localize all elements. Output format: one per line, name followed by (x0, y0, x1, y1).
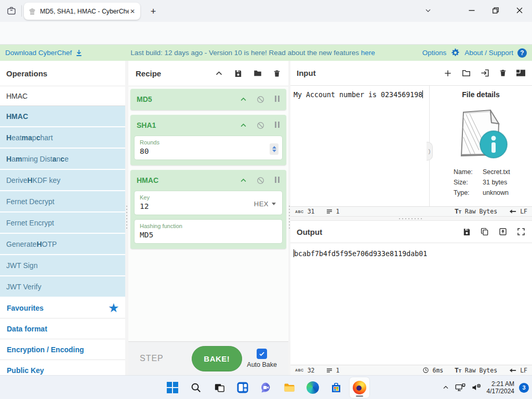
operation-item[interactable]: Fernet Decrypt (0, 191, 125, 211)
clear-recipe-trash-icon[interactable] (273, 69, 281, 78)
output-encoding[interactable]: Raw Bytes (465, 367, 497, 374)
help-question-icon[interactable]: ? (517, 48, 527, 58)
output-eol[interactable]: LF (520, 367, 527, 374)
recipe-operation-header[interactable]: HMAC (130, 170, 286, 191)
character-encoding-icon[interactable]: TT (455, 367, 461, 374)
task-view-button[interactable] (209, 377, 229, 398)
eol-arrow-icon[interactable] (509, 368, 516, 373)
operation-label-segment: Fernet Encrypt (6, 219, 54, 227)
category-item[interactable]: Public Key (0, 360, 125, 375)
collapse-recipe-icon[interactable] (215, 69, 223, 78)
operation-search-input[interactable]: HMAC (0, 86, 125, 106)
firefox-view-icon (6, 6, 17, 16)
operation-item[interactable]: HMAC (0, 106, 125, 126)
notification-badge[interactable]: 3 (519, 383, 529, 393)
file-explorer-button[interactable] (280, 377, 299, 398)
gear-icon[interactable] (450, 48, 460, 58)
open-folder-icon[interactable] (461, 68, 471, 78)
maximize-output-icon[interactable] (516, 227, 526, 236)
new-features-link[interactable]: here (361, 49, 375, 57)
collapse-operation-icon[interactable] (240, 177, 247, 184)
add-input-tab-icon[interactable] (443, 69, 453, 78)
browser-tab[interactable]: MD5, SHA1, HMAC - CyberChef ✕ (24, 3, 140, 20)
operation-item[interactable]: Fernet Encrypt (0, 212, 125, 233)
operation-label-segment: Derive (6, 176, 27, 184)
pane-layout-icon[interactable] (516, 69, 526, 77)
clear-io-trash-icon[interactable] (499, 69, 507, 77)
disable-operation-icon[interactable] (256, 95, 265, 104)
copy-output-icon[interactable] (480, 227, 489, 236)
text-caret (422, 90, 423, 98)
recipe-operation-header[interactable]: MD5 (130, 89, 286, 110)
microsoft-store-button[interactable] (326, 377, 346, 398)
eol-arrow-icon[interactable] (509, 209, 516, 214)
input-encoding[interactable]: Raw Bytes (465, 208, 497, 215)
recipe-operation[interactable]: SHA1Rounds80 (130, 115, 286, 165)
window-close-button[interactable] (509, 0, 530, 21)
volume-muted-icon[interactable] (471, 382, 482, 393)
output-area[interactable]: bcabf7b4fd5f95e706d933e8119dab01 (290, 243, 532, 365)
output-title: Output (297, 228, 322, 236)
tray-chevron-up-icon[interactable] (442, 383, 450, 392)
auto-bake-checkbox[interactable] (257, 349, 267, 359)
disable-operation-icon[interactable] (256, 121, 265, 130)
collapse-operation-icon[interactable] (240, 96, 247, 103)
replace-input-icon[interactable] (498, 227, 508, 236)
open-file-input-icon[interactable] (480, 68, 490, 78)
recipe-operation[interactable]: MD5 (130, 89, 286, 110)
operation-item[interactable]: JWT Verify (0, 276, 125, 297)
operation-argument[interactable]: Key12HEX (135, 191, 282, 215)
breakpoint-pause-icon[interactable] (274, 121, 280, 130)
network-icon[interactable] (455, 382, 466, 393)
edge-button[interactable] (303, 377, 323, 398)
about-support-button[interactable]: About / Support (464, 49, 513, 57)
widgets-button[interactable] (233, 377, 252, 398)
character-encoding-icon[interactable]: TT (455, 208, 461, 215)
operation-item[interactable]: Heatmap chart (0, 127, 125, 148)
load-recipe-folder-icon[interactable] (253, 69, 262, 78)
download-cyberchef-link[interactable]: Download CyberChef (5, 49, 72, 57)
operation-item[interactable]: JWT Sign (0, 255, 125, 275)
recipe-operation[interactable]: HMACKey12HEXHashing functionMD5 (130, 170, 286, 249)
bake-button[interactable]: BAKE! (192, 346, 242, 371)
operation-item[interactable]: Generate HOTP (0, 234, 125, 254)
argument-value[interactable]: MD5 (140, 231, 277, 239)
collapse-operation-icon[interactable] (240, 122, 247, 129)
firefox-view-button[interactable] (4, 4, 19, 18)
window-restore-button[interactable] (485, 0, 506, 21)
file-details-collapse-handle[interactable]: ) (427, 142, 433, 161)
save-recipe-icon[interactable] (234, 69, 243, 78)
input-output-splitter[interactable] (290, 216, 532, 221)
operation-item[interactable]: Hamming Distance (0, 149, 125, 169)
taskbar-clock[interactable]: 2:21 AM 4/17/2024 (487, 380, 514, 395)
new-tab-button[interactable]: + (147, 5, 160, 18)
disable-operation-icon[interactable] (256, 176, 265, 185)
step-button[interactable]: STEP (140, 354, 164, 363)
breakpoint-pause-icon[interactable] (274, 95, 280, 104)
recipe-operation-header[interactable]: SHA1 (130, 115, 286, 136)
number-spinner[interactable] (270, 143, 278, 155)
tab-list-chevron-icon[interactable] (424, 6, 432, 15)
download-icon[interactable] (75, 49, 83, 57)
save-output-icon[interactable] (462, 228, 471, 236)
operation-label-segment: JWT Sign (6, 261, 37, 270)
window-minimize-button[interactable] (461, 0, 482, 21)
breakpoint-pause-icon[interactable] (274, 176, 280, 185)
category-item[interactable]: Favourites★ (0, 298, 125, 318)
firefox-taskbar-button[interactable] (350, 377, 369, 398)
input-textarea[interactable]: My Account number is 0234569198 (290, 86, 430, 206)
chat-button[interactable] (256, 377, 276, 398)
operation-item[interactable]: Derive HKDF key (0, 170, 125, 190)
favourites-star-icon[interactable]: ★ (109, 302, 118, 313)
category-item[interactable]: Data format (0, 318, 125, 339)
options-button[interactable]: Options (422, 49, 447, 57)
argument-value[interactable]: 80 (140, 147, 277, 155)
category-item[interactable]: Encryption / Encoding (0, 339, 125, 360)
taskbar-search-button[interactable] (186, 377, 206, 398)
input-eol[interactable]: LF (520, 208, 527, 215)
operation-argument[interactable]: Hashing functionMD5 (135, 220, 282, 243)
operation-argument[interactable]: Rounds80 (135, 136, 282, 159)
start-button[interactable] (163, 377, 182, 398)
key-type-dropdown[interactable]: HEX (254, 200, 276, 208)
tab-close-icon[interactable]: ✕ (129, 8, 136, 15)
